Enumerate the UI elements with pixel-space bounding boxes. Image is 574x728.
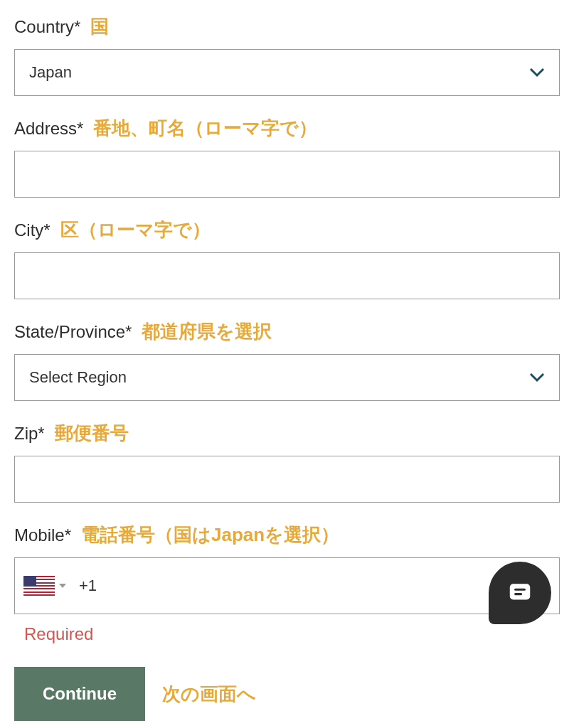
us-flag-icon — [23, 576, 55, 596]
dial-code: +1 — [79, 577, 97, 595]
mobile-country-selector[interactable] — [23, 576, 66, 596]
country-field-group: Country* 国 Japan — [14, 14, 560, 96]
state-label-row: State/Province* 都道府県を選択 — [14, 319, 560, 344]
chat-button[interactable] — [489, 562, 551, 624]
chevron-down-icon — [529, 68, 545, 77]
state-label: State/Province* — [14, 322, 132, 342]
state-select[interactable]: Select Region — [14, 354, 560, 401]
svg-rect-1 — [510, 584, 531, 599]
address-field-group: Address* 番地、町名（ローマ字で） — [14, 116, 560, 198]
mobile-label: Mobile* — [14, 525, 71, 545]
chevron-down-icon — [59, 584, 66, 588]
svg-rect-3 — [514, 593, 522, 595]
city-label: City* — [14, 220, 51, 240]
mobile-input-wrapper[interactable]: +1 — [14, 557, 560, 614]
address-input[interactable] — [14, 151, 560, 198]
svg-rect-2 — [514, 589, 526, 591]
address-label-row: Address* 番地、町名（ローマ字で） — [14, 116, 560, 141]
mobile-error: Required — [24, 624, 560, 644]
state-hint: 都道府県を選択 — [142, 319, 272, 344]
state-field-group: State/Province* 都道府県を選択 Select Region — [14, 319, 560, 401]
svg-marker-0 — [59, 584, 66, 588]
city-field-group: City* 区（ローマ字で） — [14, 218, 560, 299]
zip-hint: 郵便番号 — [55, 421, 129, 446]
country-select[interactable]: Japan — [14, 49, 560, 96]
address-label: Address* — [14, 119, 83, 139]
chat-icon — [506, 579, 533, 606]
zip-label: Zip* — [14, 424, 45, 444]
state-value: Select Region — [29, 368, 127, 387]
address-hint: 番地、町名（ローマ字で） — [93, 116, 317, 141]
zip-field-group: Zip* 郵便番号 — [14, 421, 560, 503]
mobile-hint: 電話番号（国はJapanを選択） — [81, 523, 339, 547]
country-hint: 国 — [90, 14, 109, 39]
button-row: Continue 次の画面へ — [14, 667, 560, 721]
chevron-down-icon — [529, 373, 545, 382]
city-label-row: City* 区（ローマ字で） — [14, 218, 560, 242]
continue-button[interactable]: Continue — [14, 667, 145, 721]
country-label-row: Country* 国 — [14, 14, 560, 39]
zip-label-row: Zip* 郵便番号 — [14, 421, 560, 446]
country-label: Country* — [14, 17, 80, 37]
continue-hint: 次の画面へ — [162, 682, 256, 707]
mobile-label-row: Mobile* 電話番号（国はJapanを選択） — [14, 523, 560, 547]
country-value: Japan — [29, 63, 72, 82]
city-input[interactable] — [14, 252, 560, 299]
mobile-field-group: Mobile* 電話番号（国はJapanを選択） +1 Required — [14, 523, 560, 644]
city-hint: 区（ローマ字で） — [60, 218, 211, 242]
zip-input[interactable] — [14, 456, 560, 503]
